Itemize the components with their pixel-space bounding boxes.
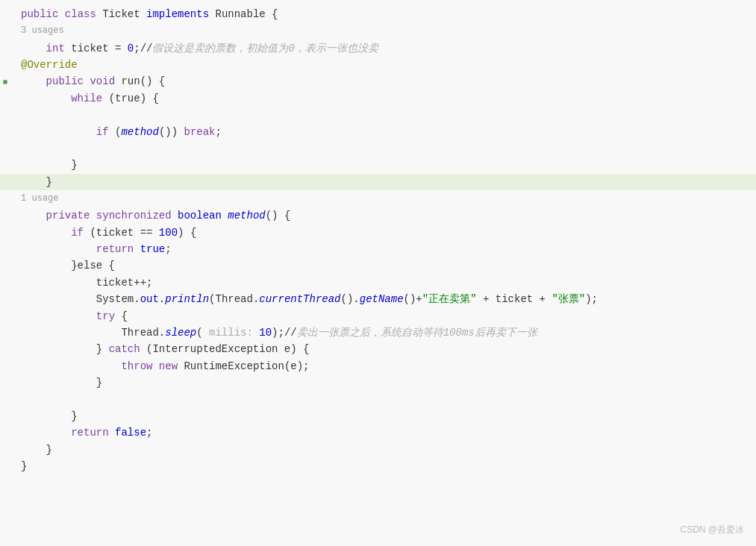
code-content: while (true) {	[15, 90, 159, 107]
token-plain: }	[21, 377, 102, 389]
code-content: }else {	[15, 257, 115, 274]
token-plain	[21, 227, 71, 239]
token-plain: );	[585, 293, 598, 305]
token-plain	[58, 8, 64, 20]
token-plain: }	[21, 159, 78, 171]
token-plain	[21, 310, 96, 322]
code-line: }	[0, 374, 756, 391]
token-plain	[21, 427, 71, 439]
token-plain: }	[21, 410, 78, 422]
token-plain: }	[21, 343, 109, 355]
code-content: }	[15, 374, 102, 391]
token-plain: ()+	[404, 293, 422, 305]
code-content: }	[15, 174, 52, 190]
token-plain: () {	[266, 210, 291, 222]
code-content: }	[15, 442, 52, 458]
code-line: }else {	[0, 257, 756, 274]
code-line: ticket++;	[0, 274, 756, 291]
code-content	[15, 140, 27, 157]
code-content	[15, 107, 27, 123]
code-content: private synchronized boolean method() {	[15, 207, 290, 224]
token-plain: + ticket +	[477, 293, 552, 305]
token-kw: synchronized	[96, 210, 172, 222]
code-line: } catch (InterruptedException e) {	[0, 341, 756, 357]
token-plain: Ticket	[96, 8, 146, 20]
token-kw: void	[90, 75, 115, 87]
token-kw: if	[96, 126, 109, 138]
code-content: }	[15, 157, 78, 173]
token-number: 10	[259, 327, 272, 339]
token-number: 0	[128, 43, 134, 54]
usage-hint: 3 usages	[0, 22, 756, 40]
token-comment: 卖出一张票之后，系统自动等待100ms后再卖下一张	[297, 327, 537, 339]
token-plain: (ticket ==	[84, 227, 159, 239]
code-line	[0, 140, 756, 157]
usage-hint: 1 usage	[0, 190, 756, 207]
token-kw-blue: true	[140, 243, 166, 255]
token-kw: class	[65, 8, 96, 20]
token-plain	[21, 43, 46, 54]
code-content: public void run() {	[15, 73, 165, 90]
token-kw: try	[96, 310, 115, 322]
code-line: @Override	[0, 57, 756, 73]
token-kw: while	[71, 92, 102, 104]
code-line: }	[0, 408, 756, 424]
token-plain: (	[196, 327, 209, 339]
token-plain: }else {	[21, 260, 115, 272]
token-method: method	[228, 210, 265, 222]
code-line: private synchronized boolean method() {	[0, 207, 756, 224]
token-plain: );//	[272, 327, 297, 339]
token-plain	[21, 210, 46, 222]
token-kw: return	[96, 243, 134, 255]
code-content: ticket++;	[15, 274, 152, 291]
code-line	[0, 107, 756, 123]
code-line: int ticket = 0;//假设这是卖的票数，初始值为0，表示一张也没卖	[0, 40, 756, 57]
code-editor: public class Ticket implements Runnable …	[0, 0, 756, 546]
code-content: public class Ticket implements Runnable …	[15, 6, 278, 22]
token-plain	[109, 427, 115, 439]
code-line: while (true) {	[0, 90, 756, 107]
token-kw: throw	[121, 360, 152, 372]
token-kw: if	[71, 227, 84, 239]
token-kw: public	[21, 8, 58, 20]
code-line: public class Ticket implements Runnable …	[0, 6, 756, 22]
token-plain	[21, 360, 121, 372]
code-content: return true;	[15, 241, 172, 257]
code-line: if (ticket == 100) {	[0, 225, 756, 241]
token-out-kw: out	[140, 293, 159, 305]
token-plain: ;	[165, 243, 171, 255]
token-plain: }	[21, 176, 52, 188]
token-kw: return	[71, 427, 108, 439]
token-plain	[21, 243, 96, 255]
token-method: method	[121, 126, 158, 138]
token-plain	[21, 126, 96, 138]
code-content: }	[15, 408, 78, 424]
token-plain: Runnable {	[209, 8, 278, 20]
code-line: Thread.sleep( millis: 10);//卖出一张票之后，系统自动…	[0, 324, 756, 341]
code-line: }	[0, 174, 756, 190]
token-plain: ticket++;	[21, 277, 152, 289]
code-line	[0, 392, 756, 408]
token-kw-blue: implements	[146, 8, 209, 20]
code-content	[15, 392, 27, 408]
token-method: getName	[360, 293, 404, 305]
gutter-marker	[3, 73, 12, 90]
code-line: return false;	[0, 424, 756, 441]
token-plain: (true) {	[102, 92, 159, 104]
token-plain: ())	[159, 126, 184, 138]
code-line: public void run() {	[0, 73, 756, 90]
token-plain: ;	[146, 427, 152, 439]
token-plain: (	[109, 126, 122, 138]
token-kw: int	[46, 43, 65, 54]
token-plain	[172, 210, 178, 222]
code-line: }	[0, 442, 756, 458]
token-plain: }	[21, 460, 27, 472]
token-plain: .	[159, 293, 165, 305]
code-content: Thread.sleep( millis: 10);//卖出一张票之后，系统自动…	[15, 324, 537, 341]
token-number: 100	[159, 227, 178, 239]
token-string-zh: "张票"	[552, 293, 585, 305]
code-line: if (method()) break;	[0, 124, 756, 140]
watermark: CSDN @吾爱冰	[680, 523, 744, 537]
token-plain: RuntimeException(e);	[178, 360, 309, 372]
token-kw: private	[46, 210, 90, 222]
